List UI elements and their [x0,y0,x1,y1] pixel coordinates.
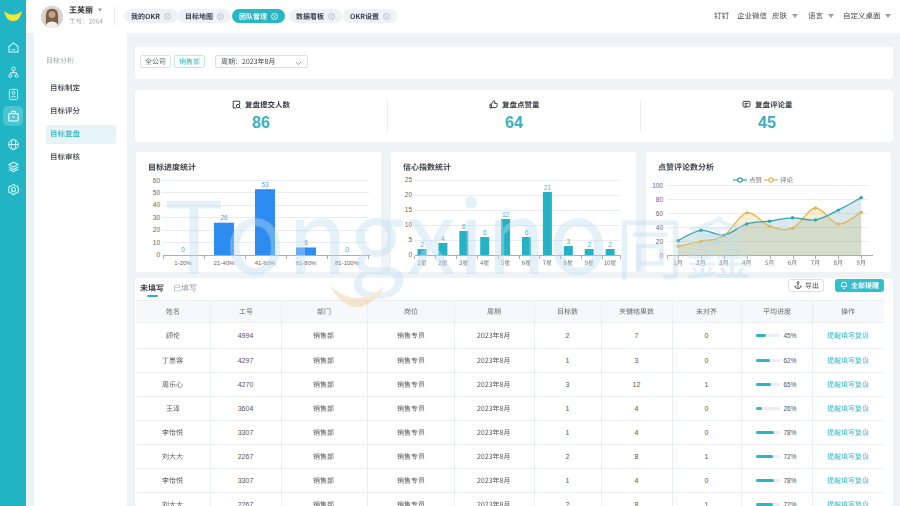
svg-text:0: 0 [408,251,412,258]
svg-text:40: 40 [656,224,664,231]
svg-text:15: 15 [405,206,413,213]
svg-text:50: 50 [153,189,161,196]
svg-text:12: 12 [502,211,510,218]
svg-text:6: 6 [525,229,529,236]
svg-text:100: 100 [652,182,663,189]
svg-text:20: 20 [656,238,664,245]
svg-text:2: 2 [608,241,612,248]
svg-text:81-100%: 81-100% [335,260,360,266]
svg-text:25: 25 [405,176,413,183]
svg-text:1-20%: 1-20% [174,260,192,266]
svg-text:61-80%: 61-80% [296,260,317,266]
svg-text:10: 10 [405,221,413,228]
svg-text:60: 60 [153,177,161,184]
svg-text:0: 0 [181,246,185,253]
svg-text:6: 6 [483,229,487,236]
svg-text:0: 0 [659,252,663,259]
svg-text:40: 40 [153,201,161,208]
svg-text:2: 2 [420,241,424,248]
svg-text:3: 3 [566,238,570,245]
svg-text:20: 20 [153,226,161,233]
svg-text:4: 4 [441,235,445,242]
svg-text:0: 0 [156,251,160,258]
svg-text:26: 26 [220,214,228,221]
svg-text:80: 80 [656,196,664,203]
svg-text:10: 10 [153,239,161,246]
svg-text:21: 21 [544,184,552,191]
svg-text:21-40%: 21-40% [214,260,235,266]
svg-text:41-60%: 41-60% [255,260,276,266]
svg-text:53: 53 [261,181,269,188]
svg-text:30: 30 [153,214,161,221]
svg-text:2: 2 [587,241,591,248]
svg-text:60: 60 [656,210,664,217]
svg-text:0: 0 [345,246,349,253]
svg-text:5: 5 [408,236,412,243]
svg-text:8: 8 [462,223,466,230]
svg-text:6: 6 [304,239,308,246]
svg-text:20: 20 [405,191,413,198]
